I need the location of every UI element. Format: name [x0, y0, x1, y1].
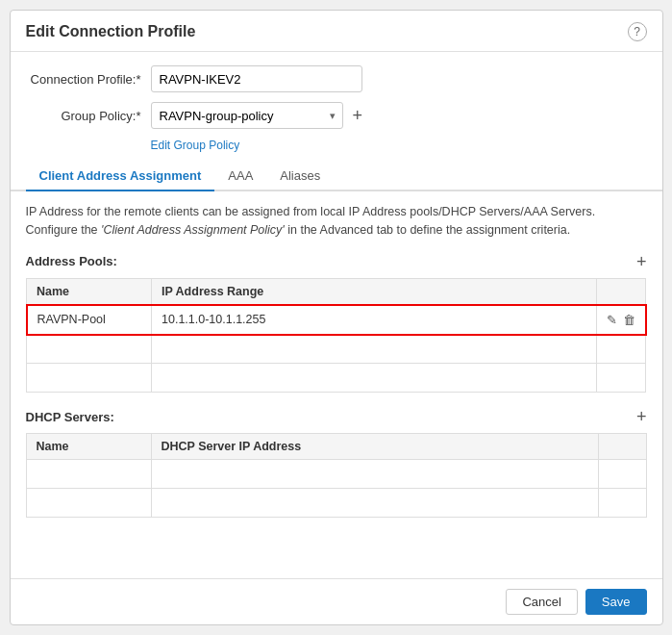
- group-policy-label: Group Policy:*: [26, 109, 151, 123]
- connection-profile-label: Connection Profile:*: [26, 72, 151, 87]
- action-icons: ✎ 🗑: [607, 313, 635, 327]
- tab-content-client-address: IP Address for the remote clients can be…: [11, 191, 662, 578]
- section-gap: [26, 393, 647, 408]
- address-pool-name: RAVPN-Pool: [27, 305, 152, 335]
- dialog-footer: Cancel Save: [11, 578, 662, 624]
- address-pools-col-actions: [596, 278, 646, 305]
- group-policy-row: Group Policy:* RAVPN-group-policy +: [26, 102, 647, 129]
- group-policy-select[interactable]: RAVPN-group-policy: [151, 102, 343, 129]
- dialog-header: Edit Connection Profile ?: [11, 11, 662, 52]
- dhcp-col-actions: [598, 434, 646, 460]
- tab-aliases[interactable]: Aliases: [266, 162, 334, 191]
- tab-aaa[interactable]: AAA: [214, 162, 266, 191]
- address-pools-col-ip: IP Address Range: [152, 278, 597, 305]
- description-text: IP Address for the remote clients can be…: [26, 203, 647, 240]
- empty-row-1: [27, 335, 646, 364]
- help-icon[interactable]: ?: [628, 22, 647, 41]
- tabs-bar: Client Address Assignment AAA Aliases: [11, 162, 662, 191]
- empty-row-2: [27, 364, 646, 393]
- add-address-pool-button[interactable]: +: [636, 253, 647, 270]
- dhcp-empty-row-2: [26, 489, 646, 518]
- group-policy-wrapper: RAVPN-group-policy +: [151, 102, 367, 129]
- connection-profile-input[interactable]: [151, 65, 362, 92]
- group-policy-select-container: RAVPN-group-policy: [151, 102, 343, 129]
- address-pool-actions: ✎ 🗑: [596, 305, 646, 335]
- address-pools-col-name: Name: [27, 278, 152, 305]
- dhcp-col-ip: DHCP Server IP Address: [151, 434, 598, 460]
- edit-pool-icon[interactable]: ✎: [607, 313, 617, 327]
- dhcp-servers-table: Name DHCP Server IP Address: [26, 433, 647, 518]
- save-button[interactable]: Save: [585, 589, 647, 615]
- dialog-title: Edit Connection Profile: [26, 23, 196, 40]
- address-pools-table: Name IP Address Range RAVPN-Pool 10.1.1.…: [26, 278, 647, 394]
- dhcp-servers-header-row: Name DHCP Server IP Address: [26, 434, 646, 460]
- table-row[interactable]: RAVPN-Pool 10.1.1.0-10.1.1.255 ✎ 🗑: [27, 305, 646, 335]
- add-dhcp-server-button[interactable]: +: [636, 408, 647, 425]
- add-group-policy-button[interactable]: +: [349, 107, 367, 124]
- delete-pool-icon[interactable]: 🗑: [623, 313, 635, 327]
- edit-group-policy-link[interactable]: Edit Group Policy: [151, 139, 647, 152]
- dhcp-col-name: Name: [26, 434, 151, 460]
- connection-profile-row: Connection Profile:*: [26, 65, 647, 92]
- form-area: Connection Profile:* Group Policy:* RAVP…: [11, 52, 662, 162]
- description-italic: 'Client Address Assignment Policy': [101, 223, 285, 237]
- edit-connection-profile-dialog: Edit Connection Profile ? Connection Pro…: [10, 10, 663, 625]
- address-pools-section-header: Address Pools: +: [26, 253, 647, 270]
- cancel-button[interactable]: Cancel: [506, 589, 577, 615]
- address-pools-title: Address Pools:: [26, 254, 117, 268]
- address-pools-header-row: Name IP Address Range: [27, 278, 646, 305]
- dhcp-servers-title: DHCP Servers:: [26, 410, 114, 424]
- tab-client-address[interactable]: Client Address Assignment: [26, 162, 215, 191]
- address-pool-ip-range: 10.1.1.0-10.1.1.255: [152, 305, 597, 335]
- dhcp-servers-section-header: DHCP Servers: +: [26, 408, 647, 425]
- dhcp-empty-row-1: [26, 460, 646, 489]
